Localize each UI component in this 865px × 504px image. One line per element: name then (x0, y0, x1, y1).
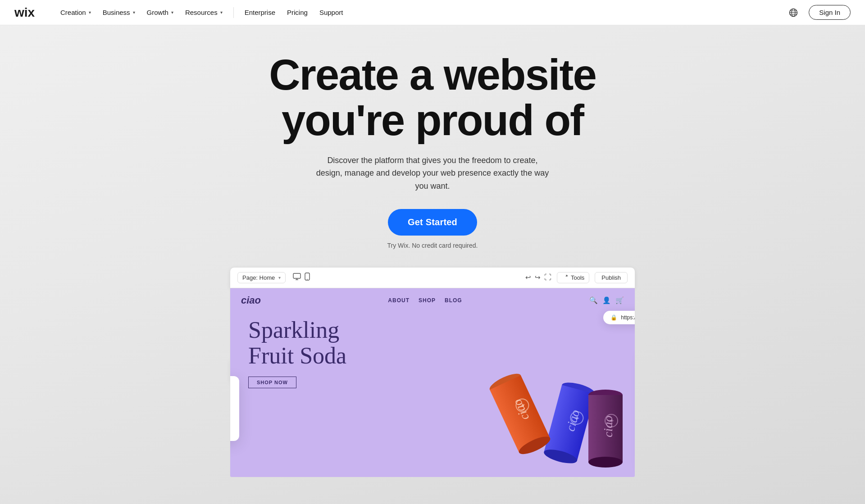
nav-links: Creation ▾ Business ▾ Growth ▾ Resources… (56, 6, 785, 19)
sales-value: $212K ↑ (230, 392, 230, 407)
chevron-down-icon: ▾ (171, 10, 173, 15)
nav-controls: ↩ ↪ ⛶ (525, 273, 551, 282)
tools-button[interactable]: Tools (557, 272, 589, 283)
svg-point-11 (307, 279, 308, 280)
ciao-hero: Sparkling Fruit Soda SHOP NOW ciao (230, 313, 635, 448)
ciao-hero-title: Sparkling Fruit Soda (248, 317, 346, 368)
svg-text:wix: wix (14, 6, 35, 19)
ciao-logo: ciao (241, 295, 261, 306)
page-selector[interactable]: Page: Home ▾ (237, 272, 286, 283)
nav-link-enterprise[interactable]: Enterprise (240, 6, 280, 19)
svg-rect-7 (293, 273, 300, 278)
chevron-down-icon: ▾ (220, 10, 223, 15)
hero-note: Try Wix. No credit card required. (387, 242, 478, 249)
ciao-text-block: Sparkling Fruit Soda SHOP NOW (248, 313, 346, 388)
page-label-text: Page: Home (242, 274, 275, 281)
signin-button[interactable]: Sign In (809, 5, 851, 20)
lock-icon: 🔒 (610, 314, 617, 321)
svg-point-26 (588, 457, 623, 468)
nav-divider (233, 7, 234, 18)
nav-link-support[interactable]: Support (315, 6, 348, 19)
mobile-icon[interactable] (305, 272, 310, 282)
browser-mockup: Page: Home ▾ (230, 267, 635, 477)
globe-button[interactable] (785, 5, 801, 21)
redo-icon[interactable]: ↪ (535, 273, 541, 282)
nav-link-pricing[interactable]: Pricing (282, 6, 312, 19)
url-text: https://www.ciaodrinks.com (621, 314, 635, 321)
hero-text: Create a website you're proud of Discove… (269, 25, 596, 249)
hero-section: Create a website you're proud of Discove… (0, 0, 865, 504)
url-bar: 🔒 https://www.ciaodrinks.com (603, 311, 635, 324)
undo-icon[interactable]: ↩ (525, 273, 531, 282)
fullscreen-icon[interactable]: ⛶ (544, 273, 551, 282)
chevron-down-icon: ▾ (278, 275, 281, 280)
nav-link-resources[interactable]: Resources ▾ (181, 6, 227, 19)
browser-chrome: Page: Home ▾ (230, 267, 635, 288)
browser-content: ciao ABOUT SHOP BLOG 🔍 👤 🛒 Sparkling (230, 288, 635, 477)
shop-now-button[interactable]: SHOP NOW (248, 377, 296, 388)
hero-title: Create a website you're proud of (269, 52, 596, 143)
sales-panel: Sales $212K ↑ (230, 376, 239, 441)
chevron-down-icon: ▾ (89, 10, 91, 15)
desktop-icon[interactable] (293, 272, 301, 282)
nav-link-creation[interactable]: Creation ▾ (56, 6, 96, 19)
device-toggle (293, 272, 310, 282)
sales-chart (230, 410, 230, 433)
nav-link-business[interactable]: Business ▾ (98, 6, 140, 19)
publish-button[interactable]: Publish (595, 272, 628, 283)
hero-subtitle: Discover the platform that gives you the… (315, 154, 550, 193)
logo[interactable]: wix (14, 6, 41, 19)
navbar: wix Creation ▾ Business ▾ Growth ▾ Resou… (0, 0, 865, 25)
get-started-button[interactable]: Get Started (388, 209, 477, 236)
sales-label: Sales (230, 384, 230, 390)
nav-link-growth[interactable]: Growth ▾ (142, 6, 178, 19)
chevron-down-icon: ▾ (133, 10, 135, 15)
nav-right: Sign In (785, 5, 851, 21)
cans-illustration: ciao ✦ ciao ✦ (401, 299, 635, 470)
svg-text:✦: ✦ (609, 417, 615, 425)
